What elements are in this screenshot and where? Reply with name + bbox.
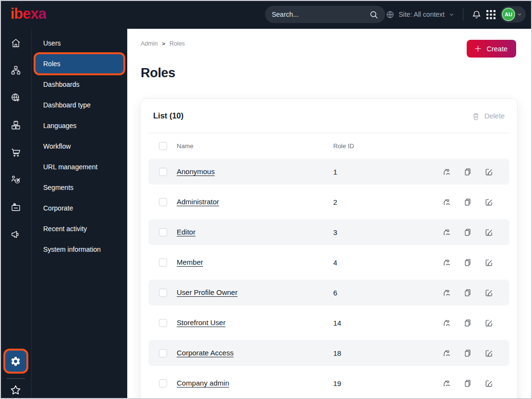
role-id-value: 4	[333, 258, 442, 267]
edit-icon[interactable]	[484, 228, 493, 236]
search-icon[interactable]	[369, 10, 378, 19]
assign-user-icon[interactable]	[442, 258, 451, 267]
table-body: Anonymous 1	[148, 159, 509, 396]
role-name-link[interactable]: Administrator	[177, 198, 219, 206]
copy-icon[interactable]	[463, 258, 472, 267]
copy-icon[interactable]	[463, 318, 472, 327]
global-search	[265, 6, 385, 23]
admin-settings-button[interactable]	[5, 351, 26, 372]
row-checkbox[interactable]	[159, 349, 167, 357]
commerce-cart-icon[interactable]	[10, 147, 22, 158]
plus-icon	[474, 45, 482, 52]
sidebar-item-9[interactable]: Recent activity	[36, 219, 123, 238]
breadcrumb-admin[interactable]: Admin	[141, 40, 157, 47]
assign-user-icon[interactable]	[442, 167, 451, 176]
row-checkbox[interactable]	[159, 228, 167, 236]
role-name-link[interactable]: User Profile Owner	[177, 288, 238, 296]
row-checkbox[interactable]	[159, 379, 167, 387]
assign-user-icon[interactable]	[442, 288, 451, 297]
copy-icon[interactable]	[463, 379, 472, 387]
ibexa-logo[interactable]: ibexa	[11, 6, 46, 22]
sidebar-item-label: System information	[43, 246, 101, 253]
role-id-value: 6	[333, 289, 442, 297]
chevron-down-icon	[448, 12, 455, 18]
table-row-0: Anonymous 1	[148, 159, 509, 185]
site-context-selector[interactable]: Site: All context	[386, 10, 455, 19]
notifications-bell-icon[interactable]	[472, 10, 482, 20]
role-id-value: 3	[333, 228, 442, 236]
favorites-star-icon[interactable]	[9, 384, 22, 397]
row-checkbox[interactable]	[159, 319, 167, 327]
row-checkbox[interactable]	[159, 198, 167, 206]
edit-icon[interactable]	[484, 288, 493, 297]
sidebar-item-4[interactable]: Languages	[36, 116, 123, 135]
sidebar-item-2[interactable]: Dashboards	[36, 75, 123, 94]
create-button[interactable]: Create	[467, 40, 516, 58]
sidebar-item-label: Dashboard type	[43, 101, 91, 109]
row-checkbox[interactable]	[159, 168, 167, 176]
gear-icon	[10, 356, 21, 367]
edit-icon[interactable]	[484, 167, 493, 176]
copy-icon[interactable]	[463, 167, 472, 176]
sidebar-item-6[interactable]: URL management	[36, 157, 123, 176]
edit-icon[interactable]	[484, 349, 493, 357]
assign-user-icon[interactable]	[442, 198, 451, 206]
sidebar-item-3[interactable]: Dashboard type	[36, 95, 123, 115]
row-checkbox[interactable]	[159, 289, 167, 297]
user-menu[interactable]: AU	[500, 6, 526, 23]
corporate-badge-icon[interactable]	[10, 201, 22, 213]
sidebar-item-1[interactable]: Roles	[36, 54, 123, 73]
copy-icon[interactable]	[463, 228, 472, 236]
app-grid-icon[interactable]	[486, 10, 496, 19]
personalization-target-icon[interactable]	[10, 174, 22, 186]
assign-user-icon[interactable]	[442, 379, 451, 387]
edit-icon[interactable]	[484, 318, 493, 327]
marketing-megaphone-icon[interactable]	[10, 229, 22, 240]
assign-user-icon[interactable]	[442, 228, 451, 236]
roles-list-card: List (10) Delete Name Role ID Anonym	[140, 98, 518, 399]
sidebar-item-label: Workflow	[43, 142, 71, 150]
sidebar-item-5[interactable]: Workflow	[36, 137, 123, 156]
sidebar-item-10[interactable]: System information	[36, 240, 123, 259]
role-name-link[interactable]: Anonymous	[177, 167, 215, 176]
sidebar-item-8[interactable]: Corporate	[36, 199, 123, 218]
sidebar-item-0[interactable]: Users	[36, 34, 123, 53]
table-row-7: Company admin 19	[148, 370, 509, 396]
sidebar-item-7[interactable]: Segments	[36, 178, 123, 197]
search-input[interactable]	[272, 11, 369, 18]
role-id-value: 2	[333, 198, 442, 206]
role-name-link[interactable]: Corporate Access	[177, 349, 233, 357]
site-context-label: Site: All context	[399, 11, 445, 18]
edit-icon[interactable]	[484, 258, 493, 267]
copy-icon[interactable]	[463, 288, 472, 297]
list-title: List (10)	[153, 111, 183, 120]
main-content: Admin > Roles Create Roles List (10) Del…	[127, 29, 532, 399]
sidebar-item-label: URL management	[43, 163, 97, 171]
role-name-link[interactable]: Member	[177, 258, 203, 266]
home-icon[interactable]	[10, 37, 22, 49]
trash-icon	[472, 112, 480, 120]
role-name-link[interactable]: Company admin	[177, 379, 229, 387]
sidebar-item-label: Segments	[43, 184, 73, 191]
copy-icon[interactable]	[463, 198, 472, 206]
sidebar-item-label: Roles	[43, 60, 60, 68]
chevron-down-icon	[517, 12, 522, 17]
copy-icon[interactable]	[463, 349, 472, 357]
topbar: ibexa Site: All context	[0, 0, 532, 29]
breadcrumb-roles[interactable]: Roles	[169, 40, 185, 47]
edit-icon[interactable]	[484, 198, 493, 206]
sidebar-item-label: Users	[43, 39, 61, 47]
role-name-link[interactable]: Editor	[177, 228, 195, 236]
delete-button[interactable]: Delete	[472, 112, 505, 120]
assign-user-icon[interactable]	[442, 349, 451, 357]
select-all-checkbox[interactable]	[159, 142, 167, 150]
sidebar-item-label: Recent activity	[43, 225, 87, 233]
product-catalog-icon[interactable]	[10, 119, 22, 131]
content-structure-icon[interactable]	[10, 65, 22, 76]
role-name-link[interactable]: Storefront User	[177, 318, 226, 327]
row-checkbox[interactable]	[159, 258, 167, 267]
column-header-role-id: Role ID	[333, 142, 499, 150]
assign-user-icon[interactable]	[442, 318, 451, 327]
site-globe-cursor-icon[interactable]	[10, 92, 22, 104]
edit-icon[interactable]	[484, 379, 493, 387]
